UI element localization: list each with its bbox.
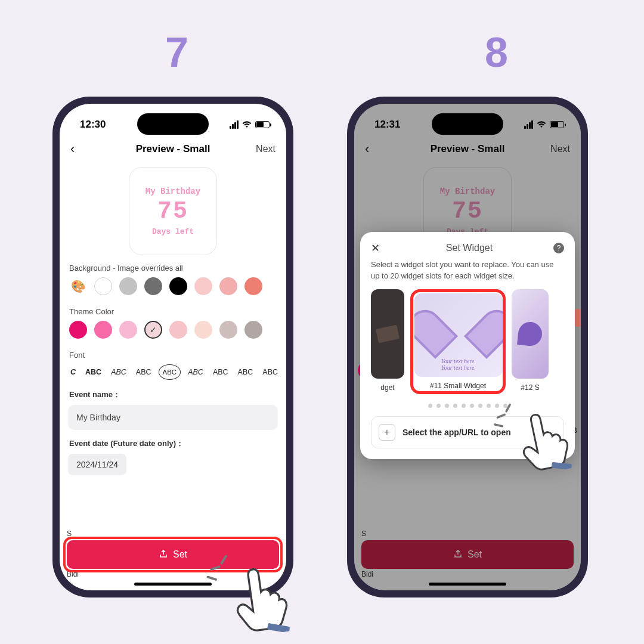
theme-swatch[interactable] xyxy=(94,321,112,339)
event-name-input[interactable]: My Birthday xyxy=(68,405,278,430)
widget-slot-prev[interactable]: dget xyxy=(371,289,404,392)
home-indicator xyxy=(134,583,212,586)
bg-swatch[interactable] xyxy=(169,277,187,295)
widget-preview: My Birthday 75 Days left xyxy=(129,167,217,255)
theme-label: Theme Color xyxy=(69,307,277,316)
widget-slot-12[interactable]: #12 S xyxy=(512,289,549,392)
theme-swatch[interactable] xyxy=(244,321,262,339)
widget-title: My Birthday xyxy=(145,187,200,196)
bg-swatch[interactable] xyxy=(94,277,112,295)
wifi-icon xyxy=(242,120,252,130)
page-dot[interactable] xyxy=(428,404,432,408)
close-button[interactable]: ✕ xyxy=(371,242,385,255)
font-option[interactable]: ABC xyxy=(109,367,129,377)
background-label: Background - Image overrides all xyxy=(69,264,277,273)
theme-swatch[interactable] xyxy=(119,321,137,339)
font-option[interactable]: ABC xyxy=(83,367,104,377)
theme-swatch[interactable] xyxy=(194,321,212,339)
theme-swatch[interactable] xyxy=(169,321,187,339)
page-dot[interactable] xyxy=(503,404,507,408)
font-option[interactable]: C xyxy=(68,367,78,377)
font-option[interactable]: ABC xyxy=(210,367,231,377)
slot-caption: #12 S xyxy=(512,383,549,392)
widget-sub: Days left xyxy=(152,227,194,236)
background-swatches: 🎨 xyxy=(68,277,278,304)
widget-slot-11[interactable]: Your text here. Your text here. #11 Smal… xyxy=(410,289,506,394)
slot-placeholder-text: Your text here. Your text here. xyxy=(414,358,503,371)
theme-swatch[interactable] xyxy=(144,321,162,339)
cellular-icon xyxy=(230,120,239,129)
plus-icon: + xyxy=(379,424,395,441)
bg-swatch[interactable] xyxy=(219,277,237,295)
font-option[interactable]: ABC xyxy=(236,367,256,377)
page-dot[interactable] xyxy=(436,404,441,408)
theme-swatch[interactable] xyxy=(219,321,237,339)
font-option[interactable]: ABC xyxy=(185,367,206,377)
phone-frame-step-8: 12:31 ‹ Preview - Small Next My Birthday… xyxy=(347,97,588,597)
font-option[interactable]: ABC xyxy=(134,367,154,377)
heart-icon xyxy=(433,312,484,358)
page-dot[interactable] xyxy=(495,404,499,408)
page-dot[interactable] xyxy=(453,404,457,408)
slot-caption: dget xyxy=(371,383,404,392)
set-icon xyxy=(159,549,168,561)
set-button[interactable]: Set xyxy=(67,540,279,569)
bg-swatch[interactable] xyxy=(119,277,137,295)
widget-slot-row[interactable]: dget Your text here. Your text here. #11… xyxy=(371,289,564,399)
bg-swatch[interactable] xyxy=(194,277,212,295)
page-dot[interactable] xyxy=(445,404,449,408)
truncated-text: S xyxy=(67,530,72,538)
notch xyxy=(137,113,209,135)
nav-title: Preview - Small xyxy=(94,143,252,155)
bg-swatch[interactable] xyxy=(244,277,262,295)
step-number-7: 7 xyxy=(165,29,188,76)
page-dot[interactable] xyxy=(487,404,491,408)
font-options: CABCABCABCABCABCABCABCABC xyxy=(68,364,278,387)
slot-caption: #11 Small Widget xyxy=(414,382,501,390)
page-dot[interactable] xyxy=(478,404,482,408)
set-button-label: Set xyxy=(173,549,187,560)
select-app-button[interactable]: + Select the app/URL to open xyxy=(371,416,564,448)
help-icon[interactable]: ? xyxy=(553,243,564,253)
page-dot[interactable] xyxy=(470,404,474,408)
event-date-input[interactable]: 2024/11/24 xyxy=(68,454,126,475)
page-dot[interactable] xyxy=(462,404,466,408)
select-app-label: Select the app/URL to open xyxy=(402,428,511,437)
page-dots xyxy=(371,404,564,408)
svg-rect-0 xyxy=(267,623,290,633)
theme-swatches xyxy=(68,321,278,347)
palette-icon[interactable]: 🎨 xyxy=(69,277,87,295)
event-date-label: Event date (Future date only)： xyxy=(69,438,277,449)
sheet-title: Set Widget xyxy=(385,243,553,253)
nav-bar: ‹ Preview - Small Next xyxy=(60,135,286,163)
truncated-text: Bidi xyxy=(67,570,79,578)
theme-swatch[interactable] xyxy=(69,321,87,339)
phone-frame-step-7: 12:30 ‹ Preview - Small Next My Birthday… xyxy=(52,97,293,597)
battery-icon xyxy=(255,121,270,128)
bg-swatch[interactable] xyxy=(144,277,162,295)
widget-days: 75 xyxy=(157,200,188,224)
status-time: 12:30 xyxy=(80,119,106,131)
font-option[interactable]: ABC xyxy=(260,367,278,377)
font-label: Font xyxy=(69,351,277,360)
next-button[interactable]: Next xyxy=(252,144,275,154)
back-button[interactable]: ‹ xyxy=(70,141,94,157)
notch xyxy=(432,113,503,135)
event-name-label: Event name： xyxy=(69,389,277,400)
set-widget-sheet: ✕ Set Widget ? Select a widget slot you … xyxy=(360,232,575,459)
sheet-description: Select a widget slot you want to replace… xyxy=(371,259,564,282)
step-number-8: 8 xyxy=(485,29,508,76)
font-option[interactable]: ABC xyxy=(159,364,181,380)
